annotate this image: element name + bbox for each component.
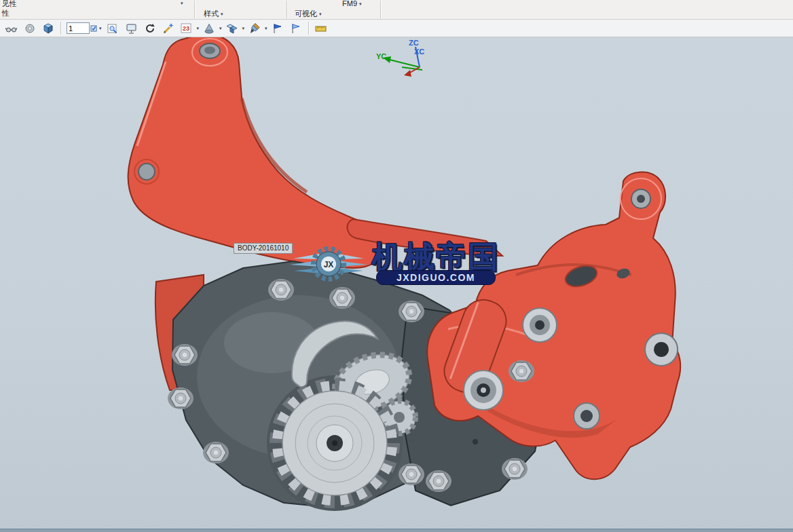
refresh-icon[interactable] — [142, 20, 158, 36]
chevron-down-icon: ▾ — [359, 1, 362, 6]
property-label: 性 — [2, 8, 10, 18]
chevron-down-icon: ▾ — [221, 12, 223, 16]
model-main-gear — [274, 382, 395, 504]
show-hide-icon[interactable] — [3, 20, 20, 36]
toolbar-label-property: 性 — [2, 8, 10, 18]
chevron-down-icon[interactable]: ▾ — [197, 26, 200, 31]
separator — [287, 1, 287, 18]
separator — [308, 22, 309, 35]
grid-icon-label: 23 — [183, 25, 189, 32]
work-layer-control: ▾ — [67, 22, 102, 34]
fm9-dropdown[interactable]: FM9 ▾ — [339, 0, 365, 9]
object-display-icon[interactable] — [105, 20, 122, 36]
graphics-viewport[interactable]: ZC XC YC BODY-20161010 JX 机械帝国 JXDIG — [0, 37, 793, 529]
nx-window: 见性 ▾ FM9 ▾ 性 样式 ▾ 可视化 ▾ — [0, 0, 793, 532]
triad-zc-label: ZC — [409, 39, 419, 47]
wcs-triad[interactable]: ZC XC YC — [367, 37, 448, 86]
separator — [194, 1, 195, 18]
fm9-label: FM9 — [342, 0, 357, 7]
watermark-title: 机械帝国 — [372, 243, 500, 272]
separator — [380, 1, 381, 18]
display-ring-icon[interactable] — [22, 20, 38, 36]
watermark-domain: JXDIGUO.COM — [376, 270, 496, 285]
render-cone-icon[interactable] — [201, 20, 217, 36]
style-label: 样式 — [204, 9, 219, 19]
separator — [60, 22, 61, 35]
display-screen-icon[interactable] — [124, 20, 140, 36]
style-dropdown[interactable]: 样式 ▾ — [201, 7, 226, 20]
layer-dropdown[interactable]: ▾ — [90, 24, 102, 33]
visualization-dropdown[interactable]: 可视化 ▾ — [292, 7, 325, 20]
chevron-down-icon[interactable]: ▾ — [219, 26, 222, 31]
watermark-logo-icon: JX — [288, 240, 369, 288]
chevron-down-icon: ▾ — [99, 26, 102, 31]
view-cube-stack-icon[interactable] — [224, 20, 240, 36]
chevron-down-icon[interactable]: ▾ — [242, 26, 245, 31]
visualization-label: 可视化 — [295, 9, 317, 19]
triad-xc-label: XC — [414, 48, 424, 56]
isometric-cube-icon[interactable] — [40, 20, 56, 36]
flag-icon-secondary[interactable] — [288, 20, 304, 36]
chevron-down-icon[interactable]: ▾ — [265, 26, 268, 31]
edit-sketch-icon[interactable] — [160, 20, 177, 36]
toolbar-row1-dropdown[interactable]: ▾ — [181, 1, 183, 5]
flag-icon-primary[interactable] — [270, 20, 286, 36]
chevron-down-icon: ▾ — [181, 1, 183, 5]
watermark-logo-initials: JX — [324, 260, 334, 269]
triad-yc-label: YC — [376, 52, 386, 60]
toolbar-top: 见性 ▾ FM9 ▾ 性 样式 ▾ 可视化 ▾ — [0, 0, 793, 20]
layer-input[interactable] — [67, 22, 90, 34]
body-annotation-tag[interactable]: BODY-20161010 — [234, 243, 293, 254]
toolbar-icons: ▾ 23 ▾ ▾ ▾ ▾ — [0, 20, 793, 37]
window-bottom-edge — [0, 529, 793, 532]
watermark: JX 机械帝国 JXDIGUO.COM — [288, 240, 500, 288]
chevron-down-icon: ▾ — [319, 12, 322, 16]
measure-ruler-icon[interactable] — [313, 20, 329, 36]
style-brush-icon[interactable] — [246, 20, 263, 36]
grid-23-icon[interactable]: 23 — [179, 20, 195, 36]
triad-axes — [367, 37, 448, 86]
